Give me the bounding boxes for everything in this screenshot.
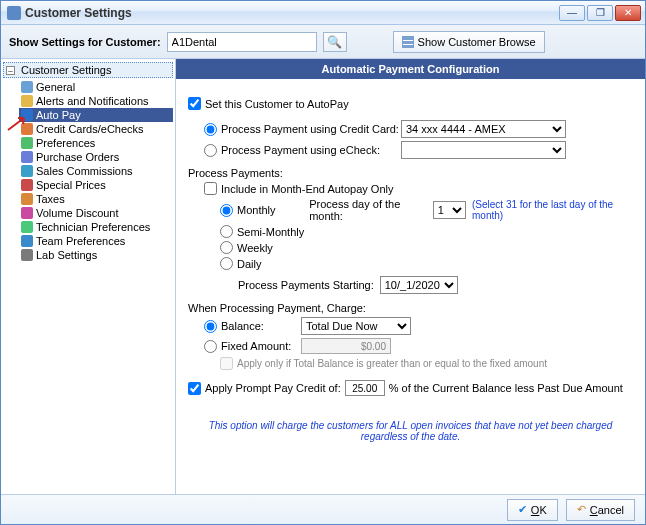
tree-item[interactable]: Sales Commissions: [19, 164, 173, 178]
tree-item[interactable]: Auto Pay: [19, 108, 173, 122]
process-start-select[interactable]: 10/_1/2020: [380, 276, 458, 294]
tree-item-label: Lab Settings: [36, 249, 97, 261]
content-panel: Automatic Payment Configuration Set this…: [176, 59, 645, 494]
freq-monthly-label: Monthly: [237, 204, 303, 216]
cancel-button[interactable]: ↶ Cancel: [566, 499, 635, 521]
tree-item-icon: [21, 95, 33, 107]
cc-select[interactable]: 34 xxx 4444 - AMEX: [401, 120, 566, 138]
customer-input[interactable]: [167, 32, 317, 52]
maximize-button[interactable]: ❐: [587, 5, 613, 21]
app-icon: [7, 6, 21, 20]
process-start-label: Process Payments Starting:: [238, 279, 374, 291]
tree-item-icon: [21, 207, 33, 219]
process-day-label: Process day of the month:: [309, 198, 427, 222]
tree-root[interactable]: – Customer Settings: [3, 62, 173, 78]
charge-balance-select[interactable]: Total Due Now: [301, 317, 411, 335]
freq-weekly-label: Weekly: [237, 242, 273, 254]
freq-monthly-radio[interactable]: [220, 204, 233, 217]
tree-item-label: Credit Cards/eChecks: [36, 123, 144, 135]
tree-item-icon: [21, 165, 33, 177]
grid-icon: [402, 36, 414, 48]
tree-item[interactable]: Volume Discount: [19, 206, 173, 220]
tree-item[interactable]: General: [19, 80, 173, 94]
settings-tree: – Customer Settings GeneralAlerts and No…: [1, 59, 176, 494]
prompt-pay-label-post: % of the Current Balance less Past Due A…: [389, 382, 623, 394]
prompt-pay-value-input[interactable]: [345, 380, 385, 396]
customer-search-button[interactable]: 🔍: [323, 32, 347, 52]
tree-item[interactable]: Credit Cards/eChecks: [19, 122, 173, 136]
charge-fixed-label: Fixed Amount:: [221, 340, 301, 352]
charge-fixed-value: $0.00: [301, 338, 391, 354]
tree-item-icon: [21, 193, 33, 205]
tree-item-label: Team Preferences: [36, 235, 125, 247]
tree-item[interactable]: Team Preferences: [19, 234, 173, 248]
tree-item-icon: [21, 151, 33, 163]
tree-item-label: Sales Commissions: [36, 165, 133, 177]
tree-item[interactable]: Alerts and Notifications: [19, 94, 173, 108]
tree-item-icon: [21, 81, 33, 93]
tree-item-label: Purchase Orders: [36, 151, 119, 163]
panel-title: Automatic Payment Configuration: [176, 59, 645, 79]
set-autopay-label: Set this Customer to AutoPay: [205, 98, 349, 110]
apply-only-checkbox: [220, 357, 233, 370]
search-icon: 🔍: [327, 35, 342, 49]
tree-item[interactable]: Special Prices: [19, 178, 173, 192]
prompt-pay-label-pre: Apply Prompt Pay Credit of:: [205, 382, 341, 394]
check-icon: ✔: [518, 503, 527, 516]
method-echeck-radio[interactable]: [204, 144, 217, 157]
browse-label: Show Customer Browse: [418, 36, 536, 48]
method-cc-label: Process Payment using Credit Card:: [221, 123, 401, 135]
apply-only-label: Apply only if Total Balance is greater t…: [237, 358, 547, 369]
freq-daily-radio[interactable]: [220, 257, 233, 270]
close-button[interactable]: ✕: [615, 5, 641, 21]
tree-item-icon: [21, 235, 33, 247]
tree-item[interactable]: Preferences: [19, 136, 173, 150]
include-month-end-label: Include in Month-End Autopay Only: [221, 183, 393, 195]
tree-item-label: Alerts and Notifications: [36, 95, 149, 107]
include-month-end-checkbox[interactable]: [204, 182, 217, 195]
freq-daily-label: Daily: [237, 258, 261, 270]
tree-item-label: Special Prices: [36, 179, 106, 191]
minimize-button[interactable]: —: [559, 5, 585, 21]
tree-item[interactable]: Lab Settings: [19, 248, 173, 262]
show-customer-browse-button[interactable]: Show Customer Browse: [393, 31, 545, 53]
set-autopay-checkbox[interactable]: [188, 97, 201, 110]
freq-semimonthly-label: Semi-Monthly: [237, 226, 304, 238]
undo-icon: ↶: [577, 503, 586, 516]
footer-note: This option will charge the customers fo…: [188, 420, 633, 442]
method-cc-radio[interactable]: [204, 123, 217, 136]
dialog-footer: ✔ OK ↶ Cancel: [1, 494, 645, 524]
show-settings-label: Show Settings for Customer:: [9, 36, 161, 48]
process-section-label: Process Payments:: [188, 167, 633, 179]
cancel-label: ancel: [598, 504, 624, 516]
annotation-arrow-icon: [6, 114, 28, 132]
freq-weekly-radio[interactable]: [220, 241, 233, 254]
prompt-pay-checkbox[interactable]: [188, 382, 201, 395]
tree-item-icon: [21, 249, 33, 261]
freq-semimonthly-radio[interactable]: [220, 225, 233, 238]
tree-item[interactable]: Purchase Orders: [19, 150, 173, 164]
tree-item-label: Volume Discount: [36, 207, 119, 219]
tree-item-icon: [21, 137, 33, 149]
titlebar: Customer Settings — ❐ ✕: [1, 1, 645, 25]
ok-label: K: [539, 504, 546, 516]
echeck-select[interactable]: [401, 141, 566, 159]
tree-item-label: Taxes: [36, 193, 65, 205]
process-day-select[interactable]: 1: [433, 201, 466, 219]
ok-button[interactable]: ✔ OK: [507, 499, 558, 521]
charge-section-label: When Processing Payment, Charge:: [188, 302, 633, 314]
window-title: Customer Settings: [25, 6, 559, 20]
tree-item[interactable]: Taxes: [19, 192, 173, 206]
tree-item-icon: [21, 179, 33, 191]
tree-item-label: Auto Pay: [36, 109, 81, 121]
top-toolbar: Show Settings for Customer: 🔍 Show Custo…: [1, 25, 645, 59]
charge-balance-radio[interactable]: [204, 320, 217, 333]
tree-item[interactable]: Technician Preferences: [19, 220, 173, 234]
tree-item-label: General: [36, 81, 75, 93]
tree-item-label: Technician Preferences: [36, 221, 150, 233]
charge-fixed-radio[interactable]: [204, 340, 217, 353]
collapse-icon[interactable]: –: [6, 66, 15, 75]
charge-balance-label: Balance:: [221, 320, 301, 332]
method-echeck-label: Process Payment using eCheck:: [221, 144, 401, 156]
tree-item-icon: [21, 221, 33, 233]
